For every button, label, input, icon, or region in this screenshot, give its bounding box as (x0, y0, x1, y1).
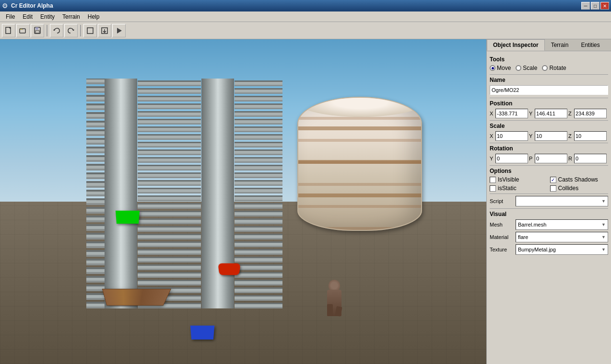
blue-box[interactable] (190, 326, 214, 340)
rot-y-input[interactable] (495, 154, 528, 163)
collides-checkbox[interactable] (550, 185, 556, 192)
scale-y-input[interactable] (535, 131, 567, 141)
menu-terrain[interactable]: Terrain (59, 12, 84, 21)
play-button[interactable] (112, 24, 126, 37)
scale-xyz-row: X Y Z (490, 131, 608, 141)
menubar: File Edit Entity Terrain Help (0, 11, 611, 22)
tool-move-radio[interactable]: Move (490, 65, 511, 71)
sep-2 (490, 98, 608, 98)
titlebar-left: ⚙ Cr Editor Alpha (2, 2, 53, 10)
script-row: Script ▼ (490, 196, 608, 206)
right-panel: Object Inspector Terrain Entities Tools … (486, 39, 611, 364)
barrel-object[interactable] (297, 97, 422, 231)
mesh-value: Barrel.mesh (518, 222, 546, 228)
script-dropdown[interactable]: ▼ (516, 196, 608, 206)
char-leg-left (327, 304, 333, 316)
viewport[interactable] (0, 39, 486, 364)
pos-x-input[interactable] (495, 109, 528, 118)
scale-label: Scale (490, 123, 608, 129)
menu-edit[interactable]: Edit (19, 12, 36, 21)
menu-file[interactable]: File (2, 12, 19, 21)
scale-x-input[interactable] (495, 131, 528, 141)
redo-button[interactable] (64, 24, 78, 37)
tool-scale-label: Scale (523, 65, 537, 71)
wood-board[interactable] (102, 289, 171, 306)
pos-y-label: Y (529, 111, 534, 116)
rot-p-label: P (529, 156, 534, 161)
barrel-stripes (298, 98, 421, 230)
titlebar-title: Cr Editor Alpha (11, 2, 53, 9)
rotation-label: Rotation (490, 145, 608, 152)
mesh-dropdown[interactable]: Barrel.mesh ▼ (516, 219, 608, 230)
import-button[interactable] (98, 24, 111, 37)
position-xyz-row: X Y Z (490, 109, 608, 118)
sep-4 (490, 143, 608, 143)
material-dropdown-arrow: ▼ (601, 235, 606, 239)
menu-help[interactable]: Help (84, 12, 104, 21)
casts-shadows-label: Casts Shadows (558, 176, 598, 183)
tool-radio-group: Move Scale Rotate (490, 65, 608, 71)
save-button[interactable] (31, 24, 44, 37)
open-button[interactable] (16, 24, 30, 37)
rotation-xyz-row: Y P R (490, 154, 608, 163)
name-input[interactable] (490, 85, 608, 95)
barrel-ring-1 (298, 126, 421, 130)
move-radio-button[interactable] (490, 65, 495, 71)
minimize-button[interactable]: ─ (581, 2, 590, 10)
rot-r-label: R (568, 156, 573, 161)
undo-button[interactable] (50, 24, 63, 37)
texture-dropdown[interactable]: BumpyMetal.jpg ▼ (516, 244, 608, 255)
character-figure[interactable] (322, 273, 346, 316)
main-layout: Object Inspector Terrain Entities Tools … (0, 39, 611, 364)
is-static-checkbox-item[interactable]: isStatic (490, 185, 548, 192)
menu-entity[interactable]: Entity (36, 12, 59, 21)
visual-label: Visual (490, 211, 608, 217)
mesh-dropdown-arrow: ▼ (601, 222, 606, 227)
object-button[interactable] (83, 24, 97, 37)
pos-z-input[interactable] (574, 109, 607, 118)
script-label: Script (490, 198, 514, 204)
app-icon: ⚙ (2, 2, 8, 10)
casts-shadows-checkbox-item[interactable]: ✓ Casts Shadows (550, 176, 609, 183)
tab-entities[interactable]: Entities (575, 39, 606, 51)
toolbar (0, 22, 611, 39)
is-visible-checkbox-item[interactable]: IsVisible (490, 176, 548, 183)
rot-p-input[interactable] (535, 154, 567, 163)
collides-checkbox-item[interactable]: Collides (550, 185, 609, 192)
material-row: Material flare ▼ (490, 232, 608, 242)
texture-row: Texture BumpyMetal.jpg ▼ (490, 244, 608, 255)
svg-marker-7 (117, 28, 122, 34)
red-hexagon[interactable] (218, 263, 241, 275)
sep-5 (490, 165, 608, 166)
maximize-button[interactable]: □ (591, 2, 599, 10)
panel-tabs: Object Inspector Terrain Entities (487, 39, 611, 51)
material-dropdown[interactable]: flare ▼ (516, 232, 608, 242)
titlebar-controls[interactable]: ─ □ ✕ (581, 2, 609, 10)
is-static-checkbox[interactable] (490, 185, 496, 192)
barrel-ring-3 (298, 193, 421, 197)
pillar-fins-far-right (235, 79, 282, 308)
sep-3 (490, 120, 608, 121)
options-checkboxes: IsVisible ✓ Casts Shadows isStatic Colli… (490, 176, 608, 192)
tool-move-label: Move (497, 65, 511, 71)
rot-r-input[interactable] (574, 154, 607, 163)
scale-z-input[interactable] (574, 131, 607, 141)
material-label: Material (490, 234, 514, 240)
texture-value: BumpyMetal.jpg (518, 247, 556, 252)
pos-y-input[interactable] (535, 109, 567, 118)
close-button[interactable]: ✕ (600, 2, 609, 10)
rotate-radio-button[interactable] (542, 65, 548, 71)
inspector-content: Tools Move Scale Rotate Name (487, 51, 611, 364)
is-static-label: isStatic (498, 185, 517, 192)
scale-radio-button[interactable] (516, 65, 521, 71)
tool-rotate-radio[interactable]: Rotate (542, 65, 566, 71)
new-button[interactable] (2, 24, 15, 37)
casts-shadows-checkbox[interactable]: ✓ (550, 177, 556, 183)
tool-scale-radio[interactable]: Scale (516, 65, 537, 71)
green-box[interactable] (116, 211, 140, 224)
sep-7 (490, 208, 608, 209)
is-visible-checkbox[interactable] (490, 177, 496, 183)
tab-terrain[interactable]: Terrain (545, 39, 575, 51)
tab-object-inspector[interactable]: Object Inspector (487, 39, 545, 51)
viewport-canvas (0, 39, 486, 364)
